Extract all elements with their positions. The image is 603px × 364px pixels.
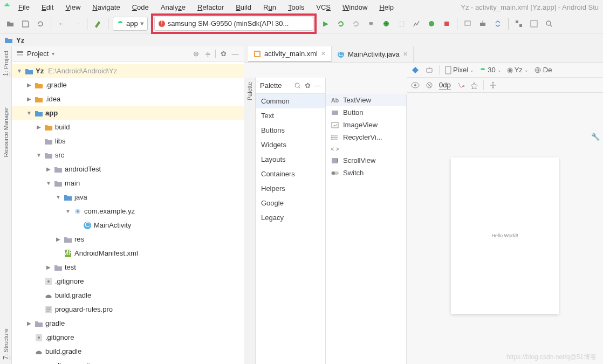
avd-icon[interactable] [462,18,474,30]
gutter-project[interactable]: 1: Project [2,46,10,81]
structure-icon[interactable] [513,18,525,30]
stop-icon[interactable] [441,18,453,30]
project-tree[interactable]: ▼YzE:\Android\Android\Yz▶.gradle▶.idea▼a… [12,62,244,364]
expand-all-icon[interactable]: ≑ [203,50,212,58]
menu-build[interactable]: Build [230,2,257,12]
tree-arrow-icon[interactable]: ▶ [55,236,61,242]
tree-row[interactable]: ▼com.example.yz [12,204,244,218]
tree-arrow-icon[interactable]: ▼ [55,194,61,200]
palette-category[interactable]: Legacy [256,210,325,225]
breadcrumb-label[interactable]: Yz [16,36,24,44]
run-config-icon[interactable]: ≡ [365,18,377,30]
search-icon[interactable] [294,82,302,90]
menu-code[interactable]: Code [127,2,154,12]
device-selector[interactable]: ! samsung SM-G9550 (minSdk(API 30... [154,17,313,31]
palette-category[interactable]: Google [256,196,325,210]
guidelines-icon[interactable] [489,81,497,89]
device-picker[interactable]: Pixel⌄ [445,66,474,74]
tree-arrow-icon[interactable]: ▶ [36,124,42,130]
tree-row[interactable]: ▼YzE:\Android\Android\Yz [12,64,244,78]
tree-row[interactable]: ▼src [12,148,244,162]
refresh-icon[interactable] [35,18,46,30]
tree-row[interactable]: CMainActivity [12,218,244,232]
tree-row[interactable]: ▶test [12,260,244,274]
tree-row[interactable]: .gitignore [12,274,244,289]
sdk-icon[interactable] [477,18,489,30]
tree-row[interactable]: ▶.idea [12,92,244,106]
device-preview[interactable]: Hello World! [451,157,559,314]
menu-window[interactable]: Window [337,2,373,12]
tree-row[interactable]: proguard-rules.pro [12,303,244,317]
tree-row[interactable]: ▶build [12,120,244,134]
select-opened-icon[interactable]: ⊕ [191,50,200,58]
apply-code-icon[interactable] [350,18,362,30]
palette-category[interactable]: Layouts [256,152,325,167]
palette-category[interactable]: Helpers [256,181,325,196]
save-icon[interactable] [19,18,31,30]
gutter-resource-manager[interactable]: Resource Manager [3,102,9,162]
palette-categories[interactable]: CommonTextButtonsWidgetsLayoutsContainer… [256,94,325,225]
back-icon[interactable]: ← [56,18,67,30]
menu-tools[interactable]: Tools [283,2,310,12]
menu-vcs[interactable]: VCS [311,2,336,12]
palette-component[interactable]: < > [326,143,406,154]
orientation-icon[interactable] [425,66,434,74]
design-canvas[interactable]: Hello World! [407,93,603,364]
palette-component[interactable]: Button [326,106,406,119]
locale-picker[interactable]: De [534,66,552,74]
tree-arrow-icon[interactable]: ▶ [26,82,32,88]
tree-row[interactable]: ▼app [12,106,244,120]
theme-picker[interactable]: ◉Yz⌄ [507,66,529,74]
tree-arrow-icon[interactable]: ▼ [36,152,42,158]
infer-constraints-icon[interactable] [470,81,478,89]
menu-file[interactable]: FFileile [13,2,35,12]
menu-edit[interactable]: Edit [36,2,59,12]
tree-row[interactable]: ▶.gradle [12,78,244,92]
collapse-icon[interactable]: — [314,81,321,90]
close-icon[interactable]: ✕ [321,50,326,57]
clear-constraints-icon[interactable] [456,81,465,89]
palette-category[interactable]: Text [256,108,325,123]
tree-arrow-icon[interactable]: ▼ [65,208,71,214]
tree-arrow-icon[interactable]: ▼ [26,110,32,116]
open-icon[interactable] [4,18,16,30]
tree-row[interactable]: libs [12,134,244,148]
coverage-icon[interactable]: ⬚ [395,18,407,30]
view-options-icon[interactable] [411,82,420,88]
palette-category[interactable]: Containers [256,167,325,181]
tab-main-activity[interactable]: C MainActivity.java ✕ [332,46,414,62]
tab-activity-main[interactable]: activity_main.xml ✕ [248,46,332,62]
run-icon[interactable]: ▶ [320,18,332,30]
chevron-down-icon[interactable]: ▾ [52,51,54,57]
default-margin[interactable]: 0dp [439,81,451,90]
apply-changes-icon[interactable] [335,18,347,30]
tree-row[interactable]: build.gradle [12,289,244,303]
tree-arrow-icon[interactable]: ▼ [45,180,52,186]
autoconnect-icon[interactable] [425,81,434,90]
tree-row[interactable]: ▶androidTest [12,162,244,176]
palette-components[interactable]: AbTextViewButtonImageViewRecyclerVi...< … [326,94,407,364]
palette-component[interactable]: ScrollView [326,154,406,167]
palette-category[interactable]: Buttons [256,123,325,138]
tree-row[interactable]: .gitignore [12,331,244,345]
palette-component[interactable]: RecyclerVi... [326,131,406,143]
menu-navigate[interactable]: Navigate [87,2,125,12]
menu-refactor[interactable]: Refactor [192,2,229,12]
tree-arrow-icon[interactable]: ▶ [45,264,52,270]
sync-icon[interactable] [492,18,504,30]
tree-arrow-icon[interactable]: ▶ [26,320,32,326]
gutter-structure[interactable]: 7: Structure [2,324,10,364]
palette-component[interactable]: ImageView [326,119,406,131]
module-selector[interactable]: app ▾ [113,17,148,31]
layout-icon[interactable] [528,18,540,30]
collapse-icon[interactable]: — [231,50,239,58]
tree-row[interactable]: MFAndroidManifest.xml [12,246,244,260]
close-icon[interactable]: ✕ [403,51,408,58]
tree-row[interactable]: ▶res [12,232,244,246]
palette-component[interactable]: AbTextView [326,94,406,106]
search-icon[interactable] [543,18,555,30]
build-icon[interactable] [92,18,104,30]
tree-row[interactable]: ▶gradle [12,317,244,331]
gear-icon[interactable]: ✿ [219,50,228,58]
palette-category[interactable]: Common [256,94,325,108]
